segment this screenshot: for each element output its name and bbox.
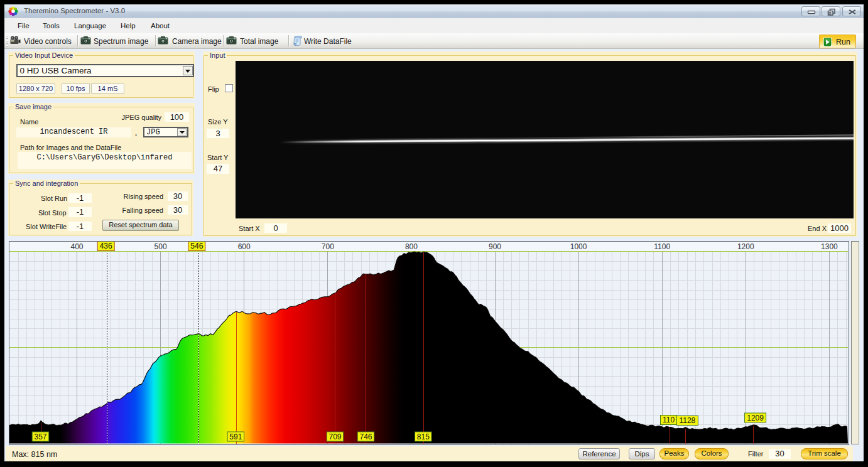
svg-text:709: 709 <box>328 432 341 441</box>
svg-text:1000: 1000 <box>570 242 587 251</box>
svg-text:500: 500 <box>155 242 167 251</box>
svg-text:746: 746 <box>359 432 372 441</box>
svg-text:400: 400 <box>70 242 83 251</box>
svg-text:1128: 1128 <box>679 416 695 425</box>
svg-text:700: 700 <box>322 242 334 251</box>
svg-text:436: 436 <box>100 242 112 250</box>
svg-text:600: 600 <box>238 242 251 251</box>
svg-text:1209: 1209 <box>747 414 764 422</box>
svg-text:815: 815 <box>417 432 430 441</box>
svg-text:900: 900 <box>489 242 501 251</box>
svg-text:357: 357 <box>34 432 46 441</box>
svg-text:546: 546 <box>190 242 203 250</box>
svg-text:1200: 1200 <box>737 242 754 251</box>
svg-text:1300: 1300 <box>821 242 838 251</box>
svg-text:800: 800 <box>405 242 418 251</box>
svg-text:110: 110 <box>663 416 675 424</box>
svg-text:1100: 1100 <box>654 242 670 251</box>
svg-text:591: 591 <box>229 432 242 441</box>
